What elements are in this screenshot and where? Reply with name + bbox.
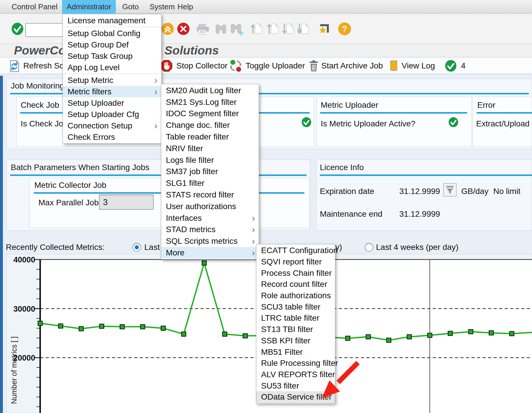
view-log-button[interactable]: View Log <box>402 58 435 74</box>
chevron-right-icon: › <box>154 87 157 96</box>
menu-item-alv-reports-filter[interactable]: ALV REPORTS filter <box>256 369 335 380</box>
menu-item-rule-processing-filter[interactable]: Rule Processing filter <box>256 358 335 369</box>
error-panel: Error Extract/Upload <box>472 97 532 147</box>
menu-system[interactable]: System <box>150 0 175 14</box>
range-radio-selected[interactable] <box>132 243 141 252</box>
menu-item-check-errors[interactable]: Check Errors <box>63 131 161 143</box>
column-header: Metric Uploader <box>321 100 378 110</box>
menu-item-logs-file-filter[interactable]: Logs file filter <box>161 154 259 166</box>
menu-item-ssb-kpi-filter[interactable]: SSB KPI filter <box>256 335 335 347</box>
gb-per-day-value: No limit <box>493 187 520 196</box>
menu-separator <box>63 27 161 27</box>
menu-item-su53-filter[interactable]: SU53 filter <box>256 380 335 391</box>
menu-item-metric-filters[interactable]: Metric filters› <box>63 86 161 97</box>
menu-item-setup-metric[interactable]: Setup Metric› <box>63 75 161 86</box>
menu-item-sm37-job-filter[interactable]: SM37 job filter <box>161 166 259 178</box>
menu-item-change-doc-filter[interactable]: Change doc. filter <box>161 119 259 131</box>
refresh-screen-button[interactable]: Refresh Scr <box>23 58 66 74</box>
check-job-ok-icon <box>301 117 312 128</box>
toggle-icon[interactable] <box>229 59 243 73</box>
menu-control-panel[interactable]: Control Panel <box>12 0 58 14</box>
range-radio-4weeks[interactable] <box>365 243 373 252</box>
menu-item-table-reader-filter[interactable]: Table reader filter <box>161 131 259 143</box>
range-radio-label-3[interactable]: Last 4 weeks (per day) <box>376 242 458 253</box>
page-up-fast-icon[interactable] <box>161 22 174 35</box>
menu-goto[interactable]: Goto <box>122 0 139 14</box>
toggle-uploader-button[interactable]: Toggle Uploader <box>246 58 305 74</box>
enter-check-icon[interactable] <box>11 22 24 35</box>
menu-item-role-authorizations[interactable]: Role authorizations <box>256 290 335 301</box>
menu-item-setup-uploader[interactable]: Setup Uploader <box>63 97 161 109</box>
stop-collector-button[interactable]: Stop Collector <box>176 58 228 74</box>
menu-item-process-chain-filter[interactable]: Process Chain filter <box>256 267 335 279</box>
menu-help[interactable]: Help <box>178 0 193 14</box>
gb-per-day-label: GB/day <box>461 187 488 196</box>
menu-item-odata-service-filter[interactable]: OData Service filter <box>256 391 335 403</box>
print-icon[interactable] <box>196 23 210 36</box>
menu-item-user-authorizations[interactable]: User authorizations <box>161 201 259 212</box>
menu-item-setup-uploader-cfg[interactable]: Setup Uploader Cfg <box>63 109 161 120</box>
start-archive-job-button[interactable]: Start Archive Job <box>321 58 383 74</box>
stop-icon[interactable] <box>160 59 173 72</box>
find-icon[interactable] <box>214 22 228 36</box>
expiration-date-label: Expiration date <box>320 187 374 196</box>
last-page-icon[interactable] <box>297 22 310 35</box>
column-header: Error <box>477 100 495 110</box>
max-parallel-jobs-label: Max Parallel Jobs <box>38 197 103 209</box>
maintenance-end-value: 31.12.9999 <box>399 209 440 219</box>
menu-item-mb51-filter[interactable]: MB51 Filter <box>256 346 335 358</box>
menu-item-record-count-filter[interactable]: Record count filter <box>256 279 335 290</box>
trash-icon[interactable] <box>307 59 320 72</box>
menu-item-stats-record-filter[interactable]: STATS record filter <box>161 189 259 201</box>
maintenance-end-label: Maintenance end <box>320 209 382 219</box>
find-next-icon[interactable] <box>229 22 244 36</box>
menu-item-setup-group-def[interactable]: Setup Group Def <box>63 39 161 50</box>
section-title: Batch Parameters When Starting Jobs <box>11 163 149 172</box>
menu-item-connection-setup[interactable]: Connection Setup› <box>63 120 161 131</box>
svg-text:40000: 40000 <box>13 255 35 264</box>
page-up-icon[interactable] <box>267 22 280 35</box>
metric-uploader-panel: Metric Uploader Is Metric Uploader Activ… <box>316 97 472 147</box>
menu-item-more[interactable]: More› <box>161 247 259 259</box>
new-session-star-icon[interactable] <box>318 22 331 35</box>
menu-item-scu3-table-filter[interactable]: SCU3 table filter <box>256 301 335 313</box>
menu-item-sqvi-report-filter[interactable]: SQVI report filter <box>256 256 335 268</box>
menu-item-interfaces[interactable]: Interfaces› <box>161 212 259 224</box>
chevron-right-icon: › <box>252 248 255 257</box>
page-title-left: PowerCo <box>14 43 66 58</box>
licence-info-section: Licence Info Expiration date 31.12.9999 … <box>316 160 532 231</box>
menu-item-st13-tbi-filter[interactable]: ST13 TBI filter <box>256 324 335 335</box>
menu-separator <box>63 74 161 74</box>
page-down-icon[interactable] <box>282 22 295 35</box>
chevron-right-icon: › <box>252 236 255 246</box>
svg-text:30000: 30000 <box>13 305 35 313</box>
menu-item-sql-scripts-metrics[interactable]: SQL Scripts metrics› <box>161 235 259 247</box>
menu-item-sm20-audit-log-filter[interactable]: SM20 Audit Log filter <box>161 85 259 96</box>
menu-item-slg1-filter[interactable]: SLG1 filter <box>161 177 259 189</box>
menu-item-sm21-syslog-filter[interactable]: SM21 Sys.Log filter <box>161 96 259 108</box>
menu-administrator[interactable]: Administrator <box>62 0 116 14</box>
chevron-right-icon: › <box>252 213 255 222</box>
menu-item-app-log-level[interactable]: App Log Level <box>63 62 161 73</box>
filter-icon[interactable] <box>443 183 457 197</box>
menu-item-license-management[interactable]: License management <box>63 15 161 26</box>
menu-item-setup-task-group[interactable]: Setup Task Group <box>63 50 161 62</box>
refresh-icon[interactable] <box>8 59 21 73</box>
menu-item-ecatt-configuration[interactable]: ECATT Configuration <box>256 245 335 256</box>
help-icon[interactable]: ? <box>338 22 351 35</box>
max-parallel-jobs-field[interactable] <box>99 195 154 210</box>
menu-item-nriv-filter[interactable]: NRIV filter <box>161 143 259 154</box>
y-axis-title: Number of metrics [ ] <box>10 336 18 404</box>
first-page-icon[interactable] <box>250 22 264 35</box>
cancel-icon[interactable] <box>177 22 190 35</box>
menu-item-idoc-segment-filter[interactable]: IDOC Segment filter <box>161 108 259 120</box>
menu-item-ltrc-table-filter[interactable]: LTRC table filter <box>256 313 335 324</box>
log-scroll-icon[interactable] <box>387 59 400 72</box>
menu-item-setup-global-config[interactable]: Setup Global Config <box>63 28 161 39</box>
section-underline <box>10 174 306 176</box>
status-ok-icon[interactable] <box>445 60 457 72</box>
section-title: Licence Info <box>320 163 364 172</box>
range-radio-label-1[interactable]: Last <box>144 242 160 253</box>
menu-item-stad-metrics[interactable]: STAD metrics› <box>161 224 259 236</box>
column-header: Check Job <box>21 100 59 110</box>
